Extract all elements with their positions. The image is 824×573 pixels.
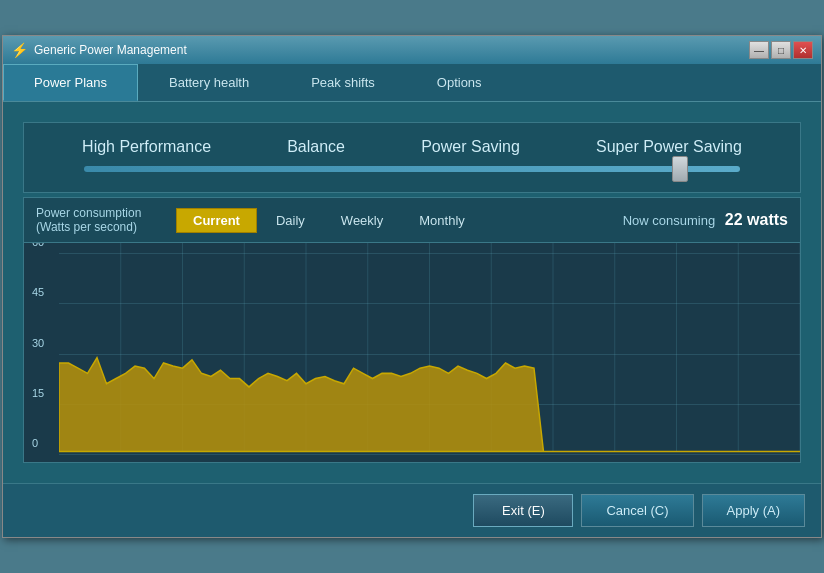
y-label-0: 0 [32, 437, 38, 449]
graph-tab-current[interactable]: Current [176, 208, 257, 233]
graph-title-line1: Power consumption [36, 206, 166, 220]
plan-balance: Balance [287, 138, 345, 156]
chart-container: 60 45 30 15 0 [24, 242, 800, 462]
plan-power-saving: Power Saving [421, 138, 520, 156]
svg-marker-12 [59, 358, 800, 452]
tab-peak-shifts[interactable]: Peak shifts [280, 64, 406, 101]
footer: Exit (E) Cancel (C) Apply (A) [3, 483, 821, 537]
tab-power-plans[interactable]: Power Plans [3, 64, 138, 101]
plan-super-power-saving: Super Power Saving [596, 138, 742, 156]
slider-track[interactable] [84, 166, 740, 172]
graph-tab-weekly[interactable]: Weekly [324, 208, 400, 233]
y-label-45: 45 [32, 286, 44, 298]
app-icon: ⚡ [11, 42, 28, 58]
titlebar-left: ⚡ Generic Power Management [11, 42, 187, 58]
graph-title-line2: (Watts per second) [36, 220, 166, 234]
graph-title: Power consumption (Watts per second) [36, 206, 166, 234]
tab-bar: Power Plans Battery health Peak shifts O… [3, 64, 821, 102]
slider-row [24, 161, 800, 192]
slider-thumb[interactable] [672, 156, 688, 182]
apply-button[interactable]: Apply (A) [702, 494, 805, 527]
y-label-60: 60 [32, 242, 44, 248]
y-label-15: 15 [32, 387, 44, 399]
maximize-button[interactable]: □ [771, 41, 791, 59]
titlebar: ⚡ Generic Power Management — □ ✕ [3, 36, 821, 64]
y-label-30: 30 [32, 337, 44, 349]
now-consuming-label: Now consuming [623, 213, 716, 228]
chart-area [59, 243, 800, 462]
main-content: High Performance Balance Power Saving Su… [3, 102, 821, 483]
plan-high-performance: High Performance [82, 138, 211, 156]
graph-tabs: Current Daily Weekly Monthly [176, 208, 482, 233]
chart-svg [59, 243, 800, 462]
now-consuming-section: Now consuming 22 watts [623, 211, 788, 229]
tab-options[interactable]: Options [406, 64, 513, 101]
cancel-button[interactable]: Cancel (C) [581, 494, 693, 527]
minimize-button[interactable]: — [749, 41, 769, 59]
power-plan-section: High Performance Balance Power Saving Su… [23, 122, 801, 193]
watts-value: 22 watts [725, 211, 788, 228]
main-window: ⚡ Generic Power Management — □ ✕ Power P… [2, 35, 822, 538]
exit-button[interactable]: Exit (E) [473, 494, 573, 527]
titlebar-controls: — □ ✕ [749, 41, 813, 59]
graph-header: Power consumption (Watts per second) Cur… [24, 198, 800, 242]
graph-tab-monthly[interactable]: Monthly [402, 208, 482, 233]
graph-section: Power consumption (Watts per second) Cur… [23, 197, 801, 463]
close-button[interactable]: ✕ [793, 41, 813, 59]
tab-battery-health[interactable]: Battery health [138, 64, 280, 101]
window-title: Generic Power Management [34, 43, 187, 57]
graph-tab-daily[interactable]: Daily [259, 208, 322, 233]
